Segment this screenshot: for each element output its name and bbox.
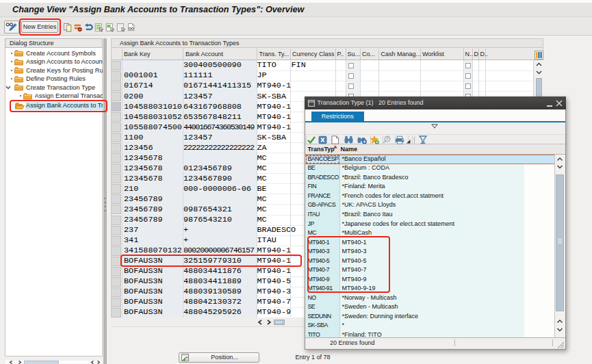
svg-text:P: P (387, 136, 389, 141)
